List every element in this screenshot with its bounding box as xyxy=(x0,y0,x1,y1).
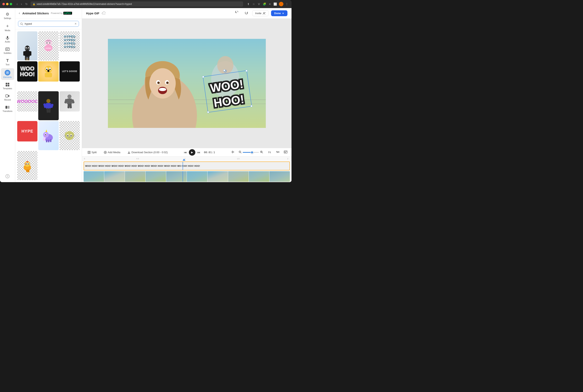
search-input[interactable] xyxy=(25,22,73,25)
sticker-character-1: LET'S GOOOO! xyxy=(21,44,34,60)
resize-handle-tl[interactable] xyxy=(202,76,204,78)
waveform-icon xyxy=(231,150,234,154)
search-input-wrap[interactable]: ✕ xyxy=(18,21,79,27)
browser-maximize-dot[interactable] xyxy=(10,3,12,5)
sticker-cell-9[interactable] xyxy=(60,91,80,112)
play-button[interactable]: ▶ xyxy=(189,149,195,156)
svg-text:HYPED: HYPED xyxy=(46,47,52,49)
sticker-cell-10[interactable]: HYPE xyxy=(17,121,38,141)
resize-handle-br[interactable] xyxy=(250,105,252,107)
sidebar-label-templates: Templates xyxy=(3,88,12,90)
sticker-cell-4[interactable]: WOOHOO! xyxy=(17,61,38,82)
browser-share-button[interactable]: ⬆ xyxy=(246,2,250,6)
svg-rect-46 xyxy=(46,103,51,109)
svg-rect-22 xyxy=(29,51,32,56)
sidebar-item-settings[interactable]: ⚙ Settings xyxy=(1,10,14,21)
svg-rect-9 xyxy=(6,85,7,86)
browser-back-button[interactable]: ‹ xyxy=(16,2,19,6)
sticker-cell-3[interactable]: HYPED HYPED HYPED HYPED xyxy=(60,31,80,52)
playhead-arrow-icon xyxy=(182,159,186,161)
browser-extension-v-button[interactable]: V xyxy=(257,2,260,6)
svg-text:LET'S: LET'S xyxy=(26,58,29,60)
svg-point-103 xyxy=(166,82,168,84)
sticker-cell-2[interactable]: HYPED xyxy=(38,31,58,60)
browser-url-bar[interactable]: 🔒 veed.io/edit/49d0e7a5-72aa-431b-a7bd-e… xyxy=(30,2,243,7)
add-media-button[interactable]: Add Media xyxy=(102,150,122,154)
svg-rect-20 xyxy=(25,51,30,57)
sidebar-item-transitions[interactable]: Transitions xyxy=(1,104,14,114)
browser-close-dot[interactable] xyxy=(2,3,5,5)
svg-rect-56 xyxy=(70,104,72,108)
skip-forward-button[interactable]: ⏭ xyxy=(197,150,200,154)
sidebar-label-text: Text xyxy=(6,64,9,66)
svg-rect-8 xyxy=(8,83,9,84)
sticker-cell-6[interactable]: LET'S GOOOD xyxy=(60,61,80,82)
sidebar-item-templates[interactable]: Templates xyxy=(1,81,14,91)
svg-rect-55 xyxy=(68,104,70,108)
svg-rect-63 xyxy=(48,140,50,142)
browser-puzzle-icon[interactable]: 🧩 xyxy=(262,2,267,6)
sidebar-item-text[interactable]: T Text xyxy=(1,57,14,68)
browser-refresh-button[interactable]: ↻ xyxy=(24,2,29,6)
sticker-cell-1[interactable]: LET'S GOOOO! xyxy=(17,31,38,60)
captions-button[interactable] xyxy=(284,150,288,154)
fit-button[interactable]: Fit xyxy=(267,150,272,154)
playback-controls: ⏮ ▶ ⏭ 00:01:1 xyxy=(184,149,216,156)
sticker-timeline-track[interactable]: WOO! HOO! WOO! HOO! WOO! HOO! WOO! HOO! … xyxy=(84,162,290,170)
svg-rect-85 xyxy=(28,170,29,172)
sidebar-item-media[interactable]: + Media xyxy=(1,22,14,33)
zoom-in-button[interactable] xyxy=(260,150,263,154)
done-button[interactable]: Done ▼ xyxy=(271,10,288,16)
sticker-cell-12[interactable] xyxy=(60,121,80,150)
svg-rect-11 xyxy=(6,95,8,97)
svg-point-51 xyxy=(68,94,72,98)
sidebar-item-audio[interactable]: Audio xyxy=(1,34,14,44)
zoom-out-button[interactable] xyxy=(239,150,242,154)
sticker-overlay[interactable]: WOO! HOO! xyxy=(203,70,252,112)
svg-rect-2 xyxy=(6,48,9,50)
sticker-cell-13[interactable] xyxy=(17,151,38,180)
resize-handle-bl[interactable] xyxy=(207,111,209,113)
sticker-cell-8[interactable] xyxy=(38,91,58,120)
invite-button[interactable]: Invite xyxy=(252,10,269,16)
browser-bookmark-button[interactable]: ☆ xyxy=(252,2,256,6)
sticker-hyped-text: HYPED xyxy=(64,34,75,38)
sidebar-label-media: Media xyxy=(5,29,10,32)
search-clear-button[interactable]: ✕ xyxy=(74,22,77,25)
sidebar-item-subtitles[interactable]: Subtitles xyxy=(1,45,14,56)
browser-url-text: veed.io/edit/49d0e7a5-72aa-431b-a7bd-eb9… xyxy=(37,3,132,6)
download-section-button[interactable]: Download Section (0:00 - 0:02) xyxy=(126,150,169,154)
sidebar-item-elements[interactable]: Elements xyxy=(1,68,14,80)
skip-back-button[interactable]: ⏮ xyxy=(184,150,187,154)
sticker-cell-11[interactable] xyxy=(38,121,58,150)
sticker-cat xyxy=(63,129,76,142)
split-button[interactable]: Split xyxy=(86,150,98,154)
sticker-cell-5[interactable] xyxy=(38,61,58,82)
add-media-icon xyxy=(104,151,107,154)
browser-list-icon[interactable]: ≡ xyxy=(268,2,272,6)
sticker-woooo-text: WOOOOO xyxy=(17,99,38,104)
redo-button[interactable] xyxy=(243,10,250,16)
invite-label: Invite xyxy=(255,12,262,15)
sticker-panel: ‹ Animated Stickers Powered by GIPHY ✕ xyxy=(15,8,82,182)
topbar: Hype GIF Invite Done ▼ xyxy=(82,8,292,18)
undo-button[interactable] xyxy=(234,10,240,16)
sticker-dancer xyxy=(43,98,54,113)
sidebar-item-help[interactable]: ? xyxy=(1,172,14,180)
sticker-cell-7[interactable]: WOOOOO xyxy=(17,91,38,112)
browser-menu-button[interactable]: ⋮ xyxy=(284,2,289,6)
waveform-display-button[interactable] xyxy=(276,150,280,154)
add-media-label: Add Media xyxy=(108,151,120,154)
waveform-button[interactable] xyxy=(231,150,234,154)
svg-marker-12 xyxy=(8,95,9,97)
sidebar-item-record[interactable]: Record xyxy=(1,92,14,102)
browser-forward-button[interactable]: › xyxy=(20,2,23,6)
rotate-handle[interactable] xyxy=(223,69,225,72)
browser-window-button[interactable]: ⬜ xyxy=(273,2,278,6)
panel-back-button[interactable]: ‹ xyxy=(18,11,20,16)
search-icon xyxy=(20,22,23,25)
canvas-frame: WOO! HOO! xyxy=(108,39,266,128)
resize-handle-tr[interactable] xyxy=(245,70,248,72)
browser-minimize-dot[interactable] xyxy=(6,3,8,5)
zoom-slider[interactable] xyxy=(243,152,259,153)
